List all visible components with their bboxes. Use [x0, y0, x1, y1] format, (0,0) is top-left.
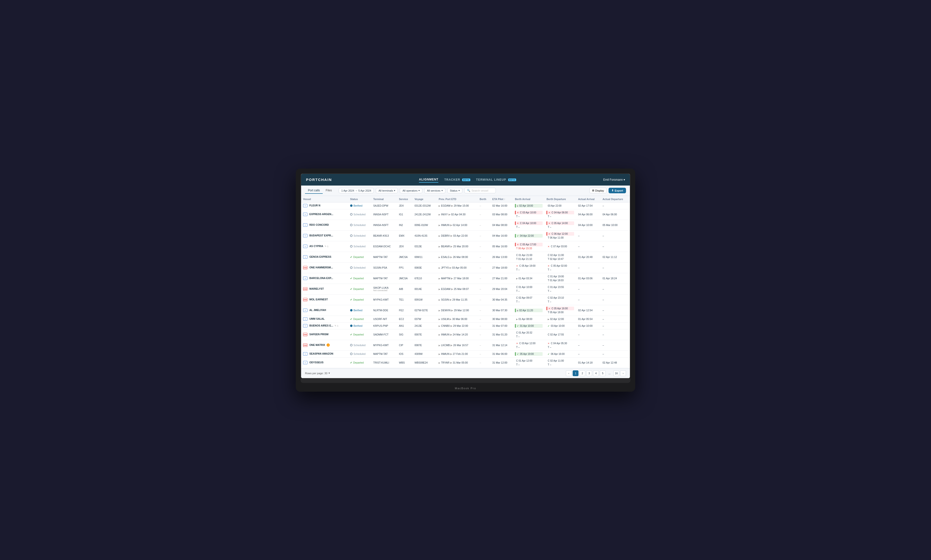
page-prev[interactable]: ‹ — [566, 370, 572, 376]
voyage-cell: 0083E — [413, 262, 437, 273]
page-4[interactable]: 4 — [593, 370, 599, 376]
actual-departure-cell: – — [601, 284, 630, 294]
carrier-logo: « — [303, 309, 307, 312]
page-16[interactable]: 16 — [613, 370, 619, 376]
page-next[interactable]: › — [620, 370, 626, 376]
export-button[interactable]: ⬇ Export — [608, 188, 626, 193]
berth-arrival-cell: ▶ 02 Apr 11:20 — [513, 305, 545, 315]
table-row[interactable]: ONE ONE HAMMERSM... Scheduled SGSIN-PSA … — [301, 262, 630, 273]
carrier-logo: ONE — [303, 298, 307, 301]
voyage-cell: 0007E — [413, 329, 437, 340]
vessel-cell: ONE MARIELYST — [301, 284, 348, 294]
table-row[interactable]: « RDO CONCORD Scheduled INNSA-NSFT IN2 0… — [301, 220, 630, 230]
berth-departure-cell: ✕ C 05 Apr 16:00T 05 Apr 18:00 — [545, 305, 576, 315]
terminal-cell: USORF-NIT — [371, 315, 397, 322]
warning-icon: ! — [327, 343, 330, 347]
nav-item-alignment[interactable]: ALIGNMENT — [419, 177, 438, 183]
nav-user[interactable]: Emil Forsmann ▾ — [603, 178, 625, 182]
vessel-name: BUENOS AIRES E... — [309, 324, 333, 327]
filter-all-services[interactable]: All services — [424, 188, 445, 193]
carrier-logo: ONE — [303, 343, 307, 347]
table-row[interactable]: « GENOA EXPRESS ✔Departed MAPTM-TAT JMCS… — [301, 252, 630, 262]
eta-pilot-cell: 04 Mar 16:00 — [490, 230, 513, 241]
service-cell: TE1 — [397, 294, 413, 305]
table-row[interactable]: ONE SAFEEN PRISM ✔Departed SADMM-FCT SIG… — [301, 329, 630, 340]
col-voyage: Voyage — [413, 196, 437, 203]
status-cell: Scheduled — [348, 230, 371, 241]
eta-pilot-cell: 29 Mar 20:04 — [490, 284, 513, 294]
table-container: Vessel Status Terminal Service Voyage Pr… — [301, 196, 630, 368]
tab-port-calls[interactable]: Port calls — [305, 188, 323, 194]
table-row[interactable]: « AS CYPRIA ✎ 1 Scheduled EGDAM-DCHC JDX… — [301, 241, 630, 252]
page-1[interactable]: 1 — [573, 370, 579, 376]
voyage-cell: 009E-010W — [413, 220, 437, 230]
prev-port-etd-cell: ▶ EGDAM ▶ 29 Mar 15:00 — [437, 202, 478, 209]
status-departed: ✔Departed — [350, 333, 364, 336]
actual-departure-cell: 04 Apr 06:00 — [601, 209, 630, 220]
nav-item-terminal-lineup[interactable]: TERMINAL LINEUP BETA — [476, 177, 516, 182]
actual-arrival-cell: 01 Apr 14:18 — [576, 357, 601, 368]
table-row[interactable]: « BUENOS AIRES E... ✎ 1 Berthed KRPUS-PN… — [301, 322, 630, 329]
eta-pilot-cell: 31 Mar 07:00 — [490, 322, 513, 329]
berth-cell: – — [478, 273, 490, 284]
col-berth-arrival: Berth Arrival — [513, 196, 545, 203]
export-label: Export — [614, 189, 623, 192]
berth-cell: – — [478, 351, 490, 357]
berth-departure-cell: ✕ C 07 Apr 03:00 — [545, 241, 576, 252]
tab-files[interactable]: Files — [323, 188, 335, 194]
col-service: Service — [397, 196, 413, 203]
vessel-name: UMM SALAL — [309, 317, 325, 320]
export-icon: ⬇ — [611, 189, 614, 192]
carrier-logo: « — [303, 245, 307, 248]
status-scheduled: Scheduled — [350, 344, 366, 347]
berth-cell: – — [478, 220, 490, 230]
page-3[interactable]: 3 — [586, 370, 592, 376]
table-row[interactable]: « EXPRESS ARGEN... Scheduled INNSA-NSFT … — [301, 209, 630, 220]
table-row[interactable]: « FLEUR N Berthed SAJED-DPW JDX 0312E-03… — [301, 202, 630, 209]
filter-status[interactable]: Status — [447, 188, 462, 193]
filter-all-terminals[interactable]: All terminals — [376, 188, 398, 193]
filter-all-operators[interactable]: All operators — [400, 188, 422, 193]
prev-port-etd-cell: ▶ SGSIN ▶ 29 Mar 11:35 — [437, 294, 478, 305]
table-row[interactable]: ONE ONE MATRIX ! Scheduled MYPKG-KMT CIP… — [301, 340, 630, 351]
voyage-cell: 0087E — [413, 340, 437, 351]
table-row[interactable]: « BARCELONA EXP... ✔Departed MAPTM-TAT J… — [301, 273, 630, 284]
page-5[interactable]: 5 — [600, 370, 606, 376]
berth-cell: – — [478, 241, 490, 252]
table-row[interactable]: ONE MOL EARNEST ✔Departed MYPKG-KMT TE1 … — [301, 294, 630, 305]
vessel-cell: « RDO CONCORD — [301, 220, 348, 230]
status-cell: Scheduled — [348, 351, 371, 357]
nav-item-tracker[interactable]: TRACKER BETA — [444, 177, 470, 182]
page-ellipsis: ... — [607, 370, 613, 376]
actual-departure-cell: 05 Mar 10:00 — [601, 220, 630, 230]
date-range-filter[interactable]: 1 Apr 2024 → 5 Apr 2024 — [339, 188, 374, 193]
actual-departure-cell: 02 Apr 11:12 — [601, 252, 630, 262]
table-row[interactable]: « BUDAPEST EXPR... Scheduled BEANR-K913 … — [301, 230, 630, 241]
table-row[interactable]: « ODYSSEUS ✔Departed TRIST-KUMLI WBS WBS… — [301, 357, 630, 368]
carrier-logo: ONE — [303, 266, 307, 269]
search-vessel-box[interactable]: 🔍 Search vessel — [464, 188, 496, 193]
col-actual-arrival: Actual Arrival — [576, 196, 601, 203]
col-prev-port-etd: Prev. Port ETD — [437, 196, 478, 203]
table-row[interactable]: « AL JMELIYAH Berthed NLRTM-DDE FE2 027W… — [301, 305, 630, 315]
terminal-cell: BEANR-K913 — [371, 230, 397, 241]
prev-port-etd-cell: ▶ TRYAR ▶ 31 Mar 05:00 — [437, 357, 478, 368]
table-row[interactable]: « SEASPAN AMAZON Scheduled MAPTM-TAT IOS… — [301, 351, 630, 357]
berth-departure-cell: ✕ C 05 Apr 02:00T – — [545, 262, 576, 273]
status-cell: Berthed — [348, 202, 371, 209]
terminal-cell: MAPTM-TAT — [371, 351, 397, 357]
table-row[interactable]: « UMM SALAL ✔Departed USORF-NIT EC2 037W… — [301, 315, 630, 322]
terminal-cell: MYPKG-KMT — [371, 294, 397, 305]
vessel-cell: ONE MOL EARNEST — [301, 294, 348, 305]
berth-departure-cell: ✕ C 04 Apr 05:30T – — [545, 340, 576, 351]
prev-port-etd-cell: ▶ USILM ▶ 30 Mar 06:00 — [437, 315, 478, 322]
table-row[interactable]: ONE MARIELYST ✔Departed SIKOP-LUKANot co… — [301, 284, 630, 294]
rows-per-page-chevron[interactable]: ▾ — [329, 372, 330, 375]
display-button[interactable]: ⊞ Display — [590, 188, 607, 193]
voyage-cell: 0014E — [413, 284, 437, 294]
edit-icon: ✎ 1 — [325, 245, 329, 248]
col-actual-departure: Actual Departure — [601, 196, 630, 203]
prev-port-etd-cell: ▶ INIXY ▶ 02 Apr 04:30 — [437, 209, 478, 220]
actual-arrival-cell: 01 Apr 03:06 — [576, 273, 601, 284]
page-2[interactable]: 2 — [579, 370, 585, 376]
